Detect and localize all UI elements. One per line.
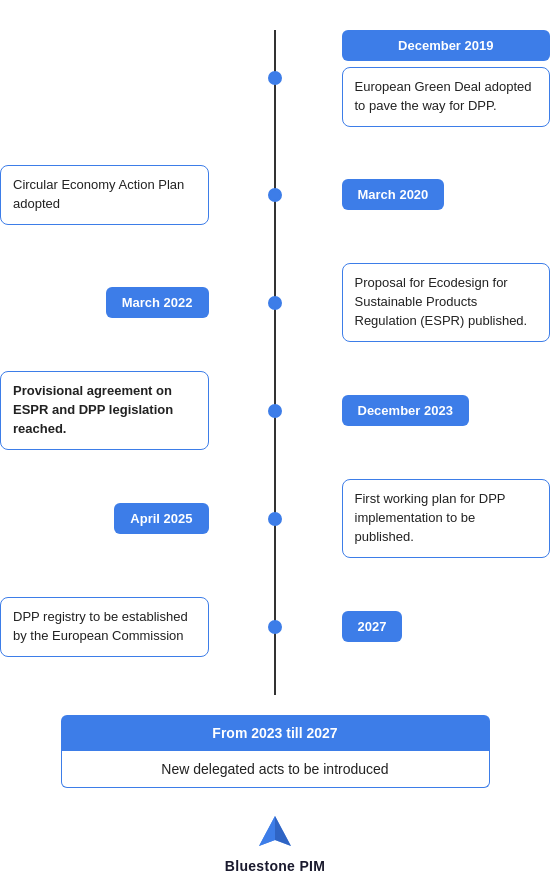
timeline-right-4: December 2023 <box>314 395 551 426</box>
timeline-row: March 2022 Proposal for Ecodesign for Su… <box>0 263 550 343</box>
bottom-banner: From 2023 till 2027 New delegated acts t… <box>61 715 490 788</box>
banner-subtitle: New delegated acts to be introduced <box>61 751 490 788</box>
date-badge-dec2019: December 2019 <box>342 30 551 61</box>
text-box-5: First working plan for DPP implementatio… <box>342 479 551 558</box>
logo-icon <box>255 812 295 852</box>
date-badge-dec2023: December 2023 <box>342 395 469 426</box>
timeline-dot <box>268 71 282 85</box>
text-box-2: Circular Economy Action Plan adopted <box>0 165 209 225</box>
timeline-right-3: Proposal for Ecodesign for Sustainable P… <box>314 263 551 342</box>
timeline-center <box>237 296 314 310</box>
timeline-dot <box>268 512 282 526</box>
date-badge-mar2022: March 2022 <box>106 287 209 318</box>
date-badge-mar2020: March 2020 <box>342 179 445 210</box>
timeline-row: Provisional agreement on ESPR and DPP le… <box>0 371 550 451</box>
timeline-left-6: DPP registry to be established by the Eu… <box>0 597 237 657</box>
text-box-1: European Green Deal adopted to pave the … <box>342 67 551 127</box>
date-badge-2027: 2027 <box>342 611 403 642</box>
timeline-center <box>237 620 314 634</box>
timeline-center <box>237 188 314 202</box>
timeline-row: DPP registry to be established by the Eu… <box>0 587 550 667</box>
timeline-right-5: First working plan for DPP implementatio… <box>314 479 551 558</box>
timeline-right-6: 2027 <box>314 611 551 642</box>
banner-title: From 2023 till 2027 <box>61 715 490 751</box>
timeline-left-2: Circular Economy Action Plan adopted <box>0 165 237 225</box>
timeline-right-2: March 2020 <box>314 179 551 210</box>
date-badge-apr2025: April 2025 <box>114 503 208 534</box>
logo-name: Bluestone PIM <box>225 858 325 874</box>
timeline-dot <box>268 620 282 634</box>
text-box-4: Provisional agreement on ESPR and DPP le… <box>0 371 209 450</box>
timeline-left-4: Provisional agreement on ESPR and DPP le… <box>0 371 237 450</box>
timeline-dot <box>268 404 282 418</box>
timeline-dot <box>268 296 282 310</box>
text-box-4-bold: Provisional agreement on ESPR and DPP le… <box>13 383 173 436</box>
timeline-left-3: March 2022 <box>0 287 237 318</box>
timeline-right-1: December 2019 European Green Deal adopte… <box>314 30 551 127</box>
timeline-container: December 2019 European Green Deal adopte… <box>0 30 550 695</box>
timeline-row: April 2025 First working plan for DPP im… <box>0 479 550 559</box>
svg-marker-2 <box>259 816 275 846</box>
timeline-row: December 2019 European Green Deal adopte… <box>0 30 550 127</box>
timeline-left-5: April 2025 <box>0 503 237 534</box>
svg-marker-1 <box>275 816 291 846</box>
timeline-row: Circular Economy Action Plan adopted Mar… <box>0 155 550 235</box>
timeline-center <box>237 512 314 526</box>
text-box-3: Proposal for Ecodesign for Sustainable P… <box>342 263 551 342</box>
timeline-center <box>237 71 314 85</box>
logo-area: Bluestone PIM <box>225 812 325 874</box>
timeline-center <box>237 404 314 418</box>
text-box-6: DPP registry to be established by the Eu… <box>0 597 209 657</box>
timeline-dot <box>268 188 282 202</box>
